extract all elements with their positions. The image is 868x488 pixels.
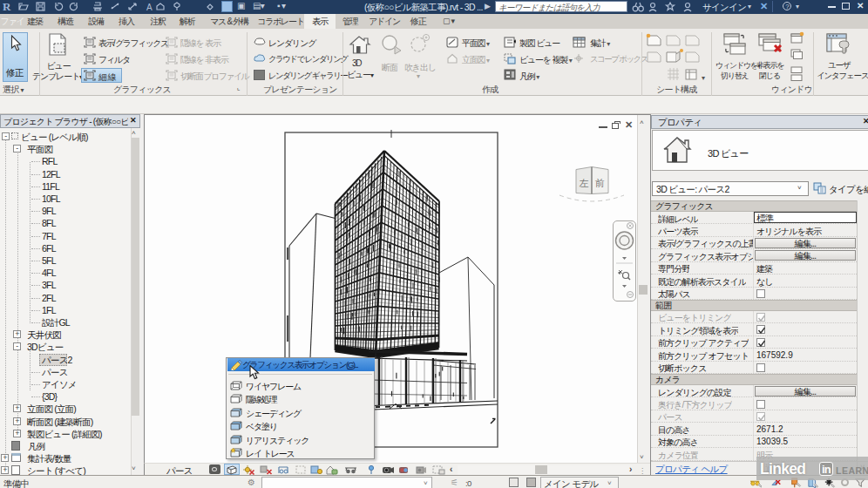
svg-text:A: A bbox=[146, 3, 153, 12]
svg-text:前: 前 bbox=[594, 178, 605, 188]
svg-text:左: 左 bbox=[580, 178, 589, 188]
